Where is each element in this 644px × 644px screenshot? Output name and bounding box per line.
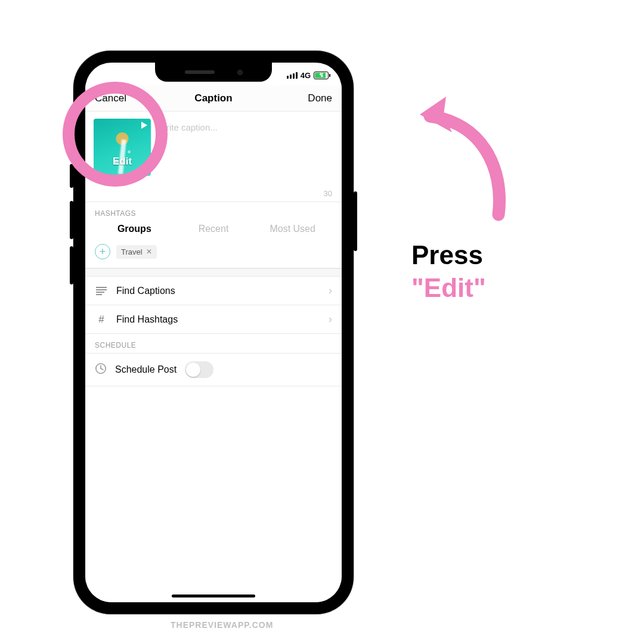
- edit-overlay-label: Edit: [94, 156, 151, 168]
- clock-icon: [95, 363, 107, 377]
- hashtag-tabs: Groups Recent Most Used: [85, 221, 342, 240]
- find-captions-row[interactable]: Find Captions ›: [85, 277, 342, 305]
- chevron-right-icon: ›: [329, 284, 332, 297]
- find-captions-label: Find Captions: [116, 286, 320, 296]
- tab-groups[interactable]: Groups: [95, 224, 174, 234]
- tutorial-slide: 4G ↯ Cancel Caption Done Edit Write capt…: [0, 0, 644, 644]
- phone-screen: 4G ↯ Cancel Caption Done Edit Write capt…: [85, 63, 342, 602]
- done-button[interactable]: Done: [296, 92, 332, 104]
- schedule-toggle[interactable]: [185, 361, 213, 378]
- nav-title: Caption: [194, 92, 232, 104]
- front-camera: [237, 70, 243, 75]
- schedule-section: SCHEDULE Schedule Post: [85, 334, 342, 386]
- media-thumbnail[interactable]: Edit: [94, 119, 151, 176]
- cancel-button[interactable]: Cancel: [95, 92, 131, 104]
- watermark: THEPREVIEWAPP.COM: [171, 620, 273, 630]
- svg-line-6: [101, 369, 103, 370]
- callout-arrow: [409, 89, 522, 227]
- tab-most-used[interactable]: Most Used: [253, 224, 332, 234]
- remove-chip-icon[interactable]: ✕: [146, 247, 152, 256]
- hash-icon: #: [95, 314, 108, 326]
- list-icon: [95, 287, 108, 295]
- chip-label: Travel: [121, 247, 143, 256]
- section-gap: [85, 268, 342, 277]
- chevron-right-icon: ›: [329, 313, 332, 326]
- nav-bar: Cancel Caption Done: [85, 85, 342, 112]
- find-hashtags-label: Find Hashtags: [116, 314, 320, 325]
- hashtag-counter: 30: [85, 189, 342, 202]
- callout-line2: "Edit": [411, 271, 486, 304]
- home-indicator[interactable]: [172, 595, 255, 597]
- speaker-grille: [185, 70, 215, 74]
- schedule-header: SCHEDULE: [85, 334, 342, 353]
- schedule-post-label: Schedule Post: [115, 364, 177, 375]
- volume-up-button: [70, 201, 73, 239]
- signal-icon: [287, 72, 298, 79]
- add-group-button[interactable]: +: [95, 244, 110, 259]
- hashtag-chip-travel[interactable]: Travel ✕: [116, 245, 157, 259]
- battery-icon: ↯: [314, 72, 329, 79]
- tab-recent[interactable]: Recent: [174, 224, 253, 234]
- instruction-callout: Press "Edit": [411, 239, 486, 304]
- power-button: [354, 191, 357, 251]
- mute-switch: [70, 164, 73, 188]
- callout-line1: Press: [411, 239, 486, 271]
- volume-down-button: [70, 246, 73, 284]
- hashtag-group-row: + Travel ✕: [85, 240, 342, 268]
- caption-editor-row: Edit Write caption...: [85, 112, 342, 189]
- hashtags-header: HASHTAGS: [85, 202, 342, 221]
- find-hashtags-row[interactable]: # Find Hashtags ›: [85, 305, 342, 334]
- caption-input[interactable]: Write caption...: [158, 119, 333, 187]
- phone-frame: 4G ↯ Cancel Caption Done Edit Write capt…: [73, 51, 354, 614]
- content-area: Edit Write caption... 30 HASHTAGS Groups…: [85, 112, 342, 602]
- notch: [155, 63, 272, 82]
- network-label: 4G: [301, 71, 311, 80]
- schedule-post-row: Schedule Post: [85, 353, 342, 386]
- play-icon: [141, 122, 147, 129]
